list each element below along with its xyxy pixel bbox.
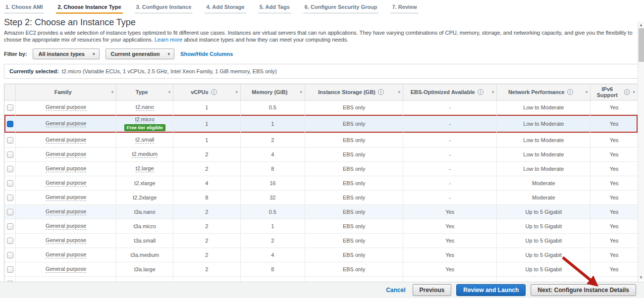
- info-icon[interactable]: i: [478, 89, 483, 95]
- scroll-up-icon[interactable]: ▲: [638, 22, 644, 28]
- row-checkbox[interactable]: [7, 209, 13, 215]
- table-row-t2.large[interactable]: General purposet2.large28EBS only-Low to…: [4, 162, 638, 176]
- scroll-down-icon[interactable]: ▼: [638, 274, 644, 280]
- ebs-optimized-value: -: [449, 195, 451, 200]
- table-row-t2.micro[interactable]: General purposet2.microFree tier eligibl…: [4, 115, 638, 133]
- column-header-network-performance[interactable]: Network Performancei▾: [497, 84, 590, 100]
- family-link[interactable]: General purpose: [46, 137, 86, 144]
- ebs-optimized-cell: Yes: [403, 205, 497, 219]
- table-row-t3a.nano[interactable]: General purposet3a.nano20.5EBS onlyYesUp…: [4, 205, 638, 219]
- footer-action-bar: Cancel Previous Review and Launch Next: …: [0, 282, 644, 298]
- family-link[interactable]: General purpose: [46, 266, 86, 273]
- instance-type-filter-dropdown[interactable]: All instance types ▾: [33, 49, 99, 59]
- type-label: t3a.medium: [130, 252, 159, 258]
- sort-caret-icon[interactable]: ▾: [168, 90, 171, 95]
- vertical-scrollbar[interactable]: ▲ ▼: [638, 22, 644, 280]
- sort-caret-icon[interactable]: ▾: [633, 90, 635, 95]
- table-row-t3a.medium[interactable]: General purposet3a.medium24EBS onlyYesUp…: [4, 248, 638, 262]
- ipv6-value: Yes: [610, 180, 619, 186]
- type-cell: t3a.large: [116, 262, 173, 276]
- generation-filter-dropdown[interactable]: Current generation ▾: [106, 49, 175, 59]
- type-label[interactable]: t2.micro: [135, 116, 155, 123]
- row-checkbox[interactable]: [7, 121, 13, 127]
- wizard-tab-6[interactable]: 6. Configure Security Group: [303, 3, 379, 14]
- row-checkbox[interactable]: [7, 195, 13, 201]
- learn-more-link[interactable]: Learn more: [155, 37, 182, 43]
- table-row-t2.2xlarge[interactable]: General purposet2.2xlarge832EBS only-Mod…: [4, 191, 638, 205]
- family-link[interactable]: General purpose: [46, 151, 86, 158]
- review-and-launch-button[interactable]: Review and Launch: [456, 284, 526, 296]
- wizard-tab-3[interactable]: 3. Configure Instance: [135, 3, 193, 14]
- type-label[interactable]: t2.medium: [132, 151, 158, 158]
- column-header-memory-gib-[interactable]: Memory (GiB)▾: [241, 84, 305, 100]
- row-checkbox[interactable]: [7, 137, 13, 144]
- next-configure-instance-details-button[interactable]: Next: Configure Instance Details: [531, 284, 636, 296]
- previous-button[interactable]: Previous: [413, 284, 452, 296]
- table-row-t3a.small[interactable]: General purposet3a.small22EBS onlyYesUp …: [4, 234, 638, 248]
- vcpus-value: 2: [205, 252, 208, 258]
- wizard-tab-1[interactable]: 1. Choose AMI: [4, 3, 44, 14]
- type-label[interactable]: t2.nano: [136, 104, 154, 111]
- row-checkbox[interactable]: [7, 180, 13, 187]
- table-row-t3a.micro[interactable]: General purposet3a.micro21EBS onlyYesUp …: [4, 219, 638, 234]
- scrollbar-thumb[interactable]: [639, 28, 644, 62]
- table-row-t3a.large[interactable]: General purposet3a.large28EBS onlyYesUp …: [4, 262, 638, 277]
- row-checkbox[interactable]: [7, 223, 13, 230]
- column-header-vcpus[interactable]: vCPUsi▾: [173, 84, 240, 100]
- ebs-optimized-value: Yes: [445, 223, 454, 229]
- family-link[interactable]: General purpose: [46, 223, 86, 230]
- family-link[interactable]: General purpose: [46, 120, 86, 127]
- row-checkbox[interactable]: [7, 166, 13, 172]
- wizard-tab-2[interactable]: 2. Choose Instance Type: [56, 3, 122, 14]
- column-header-family[interactable]: Family▾: [16, 84, 116, 100]
- column-header-instance-storage-gb-[interactable]: Instance Storage (GB)i▾: [305, 84, 403, 100]
- family-link[interactable]: General purpose: [46, 165, 86, 172]
- sort-caret-icon[interactable]: ▾: [235, 90, 238, 95]
- network-value: Up to 5 Gigabit: [526, 238, 562, 244]
- network-value: Moderate: [532, 195, 555, 200]
- type-label[interactable]: t2.small: [135, 137, 154, 144]
- ipv6-value: Yes: [610, 104, 619, 110]
- info-icon[interactable]: i: [378, 89, 384, 95]
- wizard-tab-7[interactable]: 7. Review: [390, 3, 418, 14]
- column-header-ipv6-support[interactable]: IPv6 Supporti▾: [590, 84, 638, 100]
- column-header-type[interactable]: Type▾: [116, 84, 173, 100]
- show-hide-columns-link[interactable]: Show/Hide Columns: [180, 51, 233, 57]
- table-row-t2.small[interactable]: General purposet2.small12EBS only-Low to…: [4, 133, 638, 148]
- family-cell: General purpose: [16, 219, 116, 233]
- row-checkbox[interactable]: [7, 151, 13, 158]
- family-link[interactable]: General purpose: [46, 237, 86, 244]
- family-link[interactable]: General purpose: [46, 104, 86, 111]
- sort-caret-icon[interactable]: ▾: [586, 90, 588, 95]
- family-link[interactable]: General purpose: [46, 251, 86, 258]
- info-icon[interactable]: i: [567, 89, 573, 95]
- wizard-tab-4[interactable]: 4. Add Storage: [205, 3, 246, 14]
- ebs-optimized-value: -: [449, 180, 451, 186]
- description-text-tail: about instance types and how they can me…: [184, 37, 348, 43]
- family-cell: General purpose: [16, 148, 116, 161]
- row-checkbox[interactable]: [7, 266, 13, 273]
- sort-caret-icon[interactable]: ▾: [398, 90, 401, 95]
- row-checkbox[interactable]: [7, 104, 13, 111]
- wizard-tab-5[interactable]: 5. Add Tags: [258, 3, 291, 14]
- table-row-t2.medium[interactable]: General purposet2.medium24EBS only-Low t…: [4, 148, 638, 162]
- family-link[interactable]: General purpose: [46, 180, 86, 187]
- network-value: Low to Moderate: [523, 151, 564, 157]
- table-row-t2.xlarge[interactable]: General purposet2.xlarge416EBS only-Mode…: [4, 176, 638, 191]
- table-row-t2.nano[interactable]: General purposet2.nano10.5EBS only-Low t…: [4, 100, 638, 115]
- type-label[interactable]: t2.large: [136, 165, 154, 172]
- info-icon[interactable]: i: [624, 89, 630, 95]
- sort-caret-icon[interactable]: ▾: [300, 90, 302, 95]
- type-label: t2.2xlarge: [133, 195, 157, 200]
- row-checkbox[interactable]: [7, 252, 13, 258]
- info-icon[interactable]: i: [211, 89, 217, 95]
- vcpus-value: 2: [205, 238, 208, 244]
- cancel-button[interactable]: Cancel: [386, 287, 405, 294]
- column-header-ebs-optimized-available[interactable]: EBS-Optimized Availablei▾: [403, 84, 497, 100]
- family-link[interactable]: General purpose: [46, 194, 86, 201]
- row-checkbox[interactable]: [7, 238, 13, 244]
- sort-caret-icon[interactable]: ▾: [492, 90, 494, 95]
- family-link[interactable]: General purpose: [46, 208, 86, 215]
- sort-caret-icon[interactable]: ▾: [111, 90, 114, 95]
- type-cell: t2.large: [116, 162, 173, 176]
